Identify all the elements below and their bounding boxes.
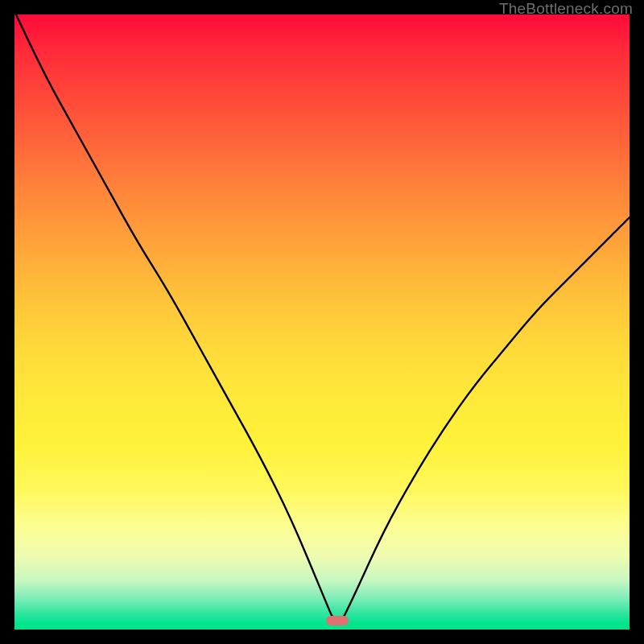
attribution-label: TheBottleneck.com (499, 0, 633, 18)
bottleneck-curve (14, 14, 630, 630)
optimum-marker (326, 616, 349, 625)
plot-area (14, 14, 630, 630)
chart-frame: TheBottleneck.com (0, 0, 644, 644)
